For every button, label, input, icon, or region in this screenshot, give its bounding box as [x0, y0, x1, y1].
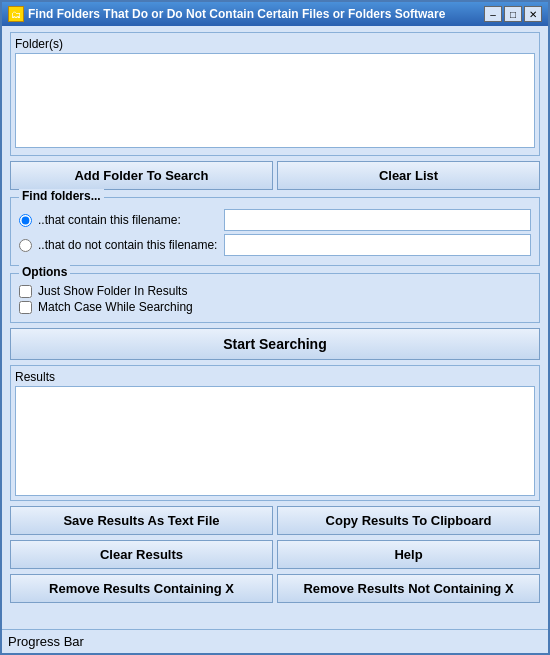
progress-bar-section: Progress Bar [2, 629, 548, 653]
save-copy-row: Save Results As Text File Copy Results T… [10, 506, 540, 535]
start-searching-button[interactable]: Start Searching [10, 328, 540, 360]
maximize-button[interactable]: □ [504, 6, 522, 22]
remove-buttons-row: Remove Results Containing X Remove Resul… [10, 574, 540, 603]
save-results-button[interactable]: Save Results As Text File [10, 506, 273, 535]
find-folders-title: Find folders... [19, 189, 104, 203]
results-header: Results [15, 370, 535, 384]
not-contain-radio[interactable] [19, 239, 32, 252]
folders-panel: Folder(s) [10, 32, 540, 156]
match-case-checkbox[interactable] [19, 301, 32, 314]
just-show-checkbox[interactable] [19, 285, 32, 298]
results-area[interactable] [15, 386, 535, 496]
close-button[interactable]: ✕ [524, 6, 542, 22]
minimize-button[interactable]: – [484, 6, 502, 22]
contain-radio[interactable] [19, 214, 32, 227]
title-bar-controls: – □ ✕ [484, 6, 542, 22]
options-title: Options [19, 265, 70, 279]
main-content: Folder(s) Add Folder To Search Clear Lis… [2, 26, 548, 629]
title-bar-left: 🗂 Find Folders That Do or Do Not Contain… [8, 6, 445, 22]
remove-not-containing-button[interactable]: Remove Results Not Containing X [277, 574, 540, 603]
just-show-label: Just Show Folder In Results [38, 284, 187, 298]
folder-buttons-row: Add Folder To Search Clear List [10, 161, 540, 190]
contain-label: ..that contain this filename: [38, 213, 218, 227]
main-window: 🗂 Find Folders That Do or Do Not Contain… [0, 0, 550, 655]
not-contain-radio-row: ..that do not contain this filename: [19, 234, 531, 256]
match-case-label: Match Case While Searching [38, 300, 193, 314]
help-button[interactable]: Help [277, 540, 540, 569]
results-panel: Results [10, 365, 540, 501]
app-icon: 🗂 [8, 6, 24, 22]
not-contain-input[interactable] [224, 234, 531, 256]
find-folders-group: Find folders... ..that contain this file… [10, 197, 540, 266]
clear-help-row: Clear Results Help [10, 540, 540, 569]
folders-label: Folder(s) [15, 37, 63, 51]
progress-bar-label: Progress Bar [8, 634, 84, 649]
copy-clipboard-button[interactable]: Copy Results To Clipboard [277, 506, 540, 535]
title-bar: 🗂 Find Folders That Do or Do Not Contain… [2, 2, 548, 26]
window-title: Find Folders That Do or Do Not Contain C… [28, 7, 445, 21]
add-folder-button[interactable]: Add Folder To Search [10, 161, 273, 190]
remove-containing-button[interactable]: Remove Results Containing X [10, 574, 273, 603]
folders-header: Folder(s) [15, 37, 535, 51]
not-contain-label: ..that do not contain this filename: [38, 238, 218, 252]
match-case-row: Match Case While Searching [19, 300, 531, 314]
contain-radio-row: ..that contain this filename: [19, 209, 531, 231]
contain-input[interactable] [224, 209, 531, 231]
clear-list-button[interactable]: Clear List [277, 161, 540, 190]
results-label: Results [15, 370, 55, 384]
just-show-row: Just Show Folder In Results [19, 284, 531, 298]
folders-textarea[interactable] [15, 53, 535, 148]
clear-results-button[interactable]: Clear Results [10, 540, 273, 569]
options-group: Options Just Show Folder In Results Matc… [10, 273, 540, 323]
